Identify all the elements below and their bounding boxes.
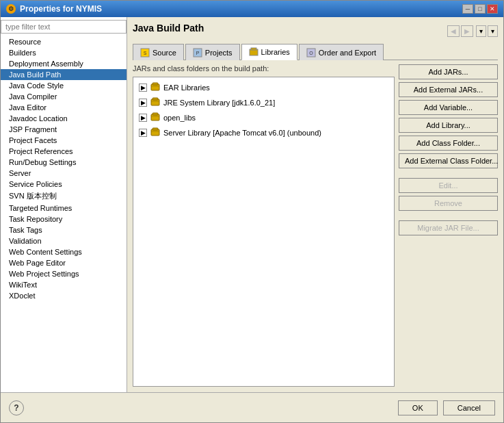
add-jars-button[interactable]: Add JARs... (399, 64, 498, 79)
close-button[interactable]: ✕ (487, 4, 498, 14)
svg-rect-15 (152, 113, 158, 115)
title-bar: ⚙ Properties for NYMIS ─ □ ✕ (1, 1, 503, 17)
sidebar-item-targeted-runtimes[interactable]: Targeted Runtimes (1, 203, 127, 214)
sidebar-item-xdoclet[interactable]: XDoclet (1, 290, 127, 301)
title-bar-left: ⚙ Properties for NYMIS (6, 4, 102, 14)
buttons-panel: Add JARs... Add External JARs... Add Var… (399, 64, 498, 387)
sidebar-item-server[interactable]: Server (1, 168, 127, 179)
filter-input[interactable] (1, 20, 127, 34)
add-library-button[interactable]: Add Library... (399, 118, 498, 133)
svg-text:O: O (309, 51, 313, 55)
tab-order-export[interactable]: O Order and Export (299, 44, 384, 60)
title-buttons: ─ □ ✕ (462, 4, 498, 14)
sidebar-item-validation[interactable]: Validation (1, 235, 127, 246)
right-panel: Java Build Path ◀ ▶ ▾ ▾ S Source (127, 17, 503, 392)
sidebar-item-task-tags[interactable]: Task Tags (1, 225, 127, 235)
tree-description: JARs and class folders on the build path… (133, 64, 395, 73)
tree-item[interactable]: ▶ open_libs (136, 110, 391, 125)
nav-dropdown2-button[interactable]: ▾ (488, 25, 498, 37)
add-class-folder-button[interactable]: Add Class Folder... (399, 136, 498, 151)
order-tab-icon: O (306, 48, 316, 57)
sidebar-item-web-content-settings[interactable]: Web Content Settings (1, 246, 127, 257)
sidebar-item-project-references[interactable]: Project References (1, 146, 127, 157)
maximize-button[interactable]: □ (475, 4, 486, 14)
svg-text:P: P (196, 51, 200, 55)
libraries-tab-icon (249, 47, 258, 57)
svg-rect-5 (251, 48, 256, 50)
add-external-class-folder-button[interactable]: Add External Class Folder... (399, 153, 498, 168)
jar-icon (150, 81, 161, 94)
sidebar-item-service-policies[interactable]: Service Policies (1, 179, 127, 190)
window-title: Properties for NYMIS (20, 4, 102, 14)
svg-text:S: S (144, 51, 147, 55)
sidebar-item-builders[interactable]: Builders (1, 47, 127, 58)
svg-rect-12 (152, 98, 158, 100)
sidebar-item-java-code-style[interactable]: Java Code Style (1, 80, 127, 91)
add-variable-button[interactable]: Add Variable... (399, 100, 498, 115)
jar-icon (150, 112, 161, 124)
help-button[interactable]: ? (9, 400, 24, 415)
panel-body: JARs and class folders on the build path… (133, 64, 498, 387)
bottom-bar: ? OK Cancel (1, 392, 503, 422)
sidebar-item-resource[interactable]: Resource (1, 36, 127, 47)
sidebar-item-web-project-settings[interactable]: Web Project Settings (1, 268, 127, 279)
projects-tab-icon: P (193, 48, 202, 57)
sidebar-item-rundebug-settings[interactable]: Run/Debug Settings (1, 157, 127, 168)
nav-dropdown-button[interactable]: ▾ (476, 25, 486, 37)
ok-button[interactable]: OK (398, 400, 438, 415)
panel-title: Java Build Path (133, 23, 204, 34)
tree-item-label: JRE System Library [jdk1.6.0_21] (163, 99, 275, 107)
tree-item[interactable]: ▶ Server Library [Apache Tomcat v6.0] (u… (136, 125, 391, 140)
jar-icon (150, 127, 161, 139)
svg-rect-18 (152, 128, 158, 130)
tabs-bar: S Source P Projects Librarie (133, 43, 498, 60)
properties-window: ⚙ Properties for NYMIS ─ □ ✕ ResourceBui… (0, 0, 504, 423)
tree-item[interactable]: ▶ EAR Libraries (136, 80, 391, 95)
tab-source[interactable]: S Source (133, 44, 184, 60)
sidebar-item-java-editor[interactable]: Java Editor (1, 102, 127, 113)
main-content: ResourceBuildersDeployment AssemblyJava … (1, 17, 503, 392)
tree-area[interactable]: ▶ EAR Libraries▶ JRE System Library [jdk… (133, 77, 395, 387)
expand-icon[interactable]: ▶ (139, 84, 147, 92)
sidebar-item-deployment-assembly[interactable]: Deployment Assembly (1, 58, 127, 69)
source-tab-icon: S (140, 48, 150, 57)
window-icon: ⚙ (6, 4, 16, 14)
nav-area: ◀ ▶ ▾ ▾ (447, 25, 498, 37)
tree-item-label: Server Library [Apache Tomcat v6.0] (unb… (163, 129, 321, 137)
edit-button[interactable]: Edit... (399, 178, 498, 193)
sidebar-item-java-compiler[interactable]: Java Compiler (1, 91, 127, 102)
sidebar-item-svn-[interactable]: SVN 版本控制 (1, 190, 127, 203)
sidebar-item-task-repository[interactable]: Task Repository (1, 214, 127, 225)
minimize-button[interactable]: ─ (462, 4, 473, 14)
bottom-buttons: OK Cancel (398, 400, 495, 415)
expand-icon[interactable]: ▶ (139, 114, 147, 122)
tab-libraries[interactable]: Libraries (241, 44, 297, 60)
sidebar-item-project-facets[interactable]: Project Facets (1, 135, 127, 146)
expand-icon[interactable]: ▶ (139, 129, 147, 137)
tree-item-label: open_libs (163, 114, 196, 122)
sidebar-item-wikitext[interactable]: WikiText (1, 279, 127, 290)
sidebar: ResourceBuildersDeployment AssemblyJava … (1, 17, 127, 392)
sidebar-item-jsp-fragment[interactable]: JSP Fragment (1, 124, 127, 135)
forward-button[interactable]: ▶ (461, 25, 473, 37)
tree-item-label: EAR Libraries (163, 84, 210, 92)
tree-item[interactable]: ▶ JRE System Library [jdk1.6.0_21] (136, 95, 391, 110)
back-button[interactable]: ◀ (447, 25, 460, 37)
expand-icon[interactable]: ▶ (139, 99, 147, 107)
add-external-jars-button[interactable]: Add External JARs... (399, 82, 498, 97)
svg-rect-9 (152, 83, 158, 85)
sidebar-item-java-build-path[interactable]: Java Build Path (1, 69, 127, 80)
jar-icon (150, 97, 161, 109)
remove-button[interactable]: Remove (399, 196, 498, 211)
tab-projects[interactable]: P Projects (185, 44, 240, 60)
sidebar-item-web-page-editor[interactable]: Web Page Editor (1, 257, 127, 268)
sidebar-list: ResourceBuildersDeployment AssemblyJava … (1, 36, 127, 301)
sidebar-item-javadoc-location[interactable]: Javadoc Location (1, 113, 127, 124)
cancel-button[interactable]: Cancel (443, 400, 495, 415)
migrate-jar-button[interactable]: Migrate JAR File... (399, 220, 498, 235)
